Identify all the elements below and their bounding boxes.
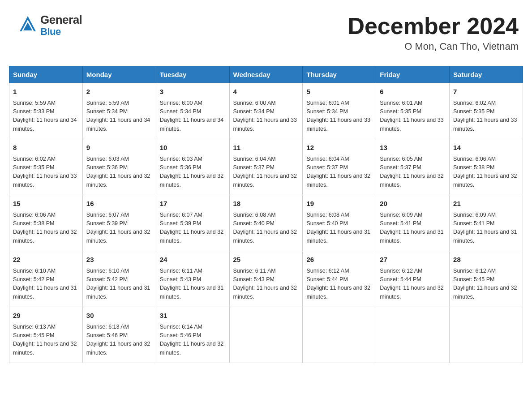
calendar-day-header: Thursday — [303, 66, 376, 83]
calendar-day-cell: 29 Sunrise: 6:13 AMSunset: 5:45 PMDaylig… — [9, 307, 83, 363]
day-info: Sunrise: 6:08 AMSunset: 5:40 PMDaylight:… — [233, 212, 297, 244]
day-info: Sunrise: 6:01 AMSunset: 5:35 PMDaylight:… — [380, 100, 443, 132]
logo-general-text: General — [40, 13, 82, 26]
calendar-day-cell: 23 Sunrise: 6:10 AMSunset: 5:42 PMDaylig… — [82, 251, 156, 307]
calendar-day-cell: 22 Sunrise: 6:10 AMSunset: 5:42 PMDaylig… — [9, 251, 83, 307]
day-number: 19 — [306, 199, 372, 209]
day-number: 5 — [306, 87, 372, 97]
calendar-day-cell: 3 Sunrise: 6:00 AMSunset: 5:34 PMDayligh… — [156, 83, 229, 139]
day-number: 18 — [233, 199, 299, 209]
day-number: 28 — [453, 255, 519, 265]
calendar-day-cell: 28 Sunrise: 6:12 AMSunset: 5:45 PMDaylig… — [450, 251, 523, 307]
title-section: December 2024 O Mon, Can Tho, Vietnam — [348, 13, 519, 52]
calendar-day-cell: 11 Sunrise: 6:04 AMSunset: 5:37 PMDaylig… — [229, 139, 303, 195]
day-info: Sunrise: 6:01 AMSunset: 5:34 PMDaylight:… — [306, 100, 370, 132]
day-number: 14 — [453, 143, 519, 153]
day-info: Sunrise: 6:02 AMSunset: 5:35 PMDaylight:… — [13, 156, 77, 188]
day-info: Sunrise: 6:11 AMSunset: 5:43 PMDaylight:… — [233, 268, 297, 300]
calendar-day-cell: 13 Sunrise: 6:05 AMSunset: 5:37 PMDaylig… — [376, 139, 450, 195]
calendar-day-cell: 9 Sunrise: 6:03 AMSunset: 5:36 PMDayligh… — [82, 139, 156, 195]
day-info: Sunrise: 6:04 AMSunset: 5:37 PMDaylight:… — [306, 156, 370, 188]
day-info: Sunrise: 6:10 AMSunset: 5:42 PMDaylight:… — [13, 268, 77, 300]
day-number: 17 — [160, 199, 226, 209]
day-info: Sunrise: 6:11 AMSunset: 5:43 PMDaylight:… — [160, 268, 223, 300]
day-number: 21 — [453, 199, 519, 209]
calendar-day-cell — [450, 307, 523, 363]
location-subtitle: O Mon, Can Tho, Vietnam — [348, 41, 519, 52]
calendar-day-cell: 4 Sunrise: 6:00 AMSunset: 5:34 PMDayligh… — [229, 83, 303, 139]
calendar-day-cell: 6 Sunrise: 6:01 AMSunset: 5:35 PMDayligh… — [376, 83, 450, 139]
day-info: Sunrise: 6:10 AMSunset: 5:42 PMDaylight:… — [86, 268, 150, 300]
calendar-week-row: 29 Sunrise: 6:13 AMSunset: 5:45 PMDaylig… — [9, 307, 523, 363]
day-number: 1 — [13, 87, 79, 97]
calendar-day-cell: 10 Sunrise: 6:03 AMSunset: 5:36 PMDaylig… — [156, 139, 229, 195]
day-number: 26 — [306, 255, 372, 265]
calendar-day-cell: 20 Sunrise: 6:09 AMSunset: 5:41 PMDaylig… — [376, 195, 450, 251]
calendar-day-cell: 17 Sunrise: 6:07 AMSunset: 5:39 PMDaylig… — [156, 195, 229, 251]
calendar-day-cell: 1 Sunrise: 5:59 AMSunset: 5:33 PMDayligh… — [9, 83, 83, 139]
calendar-day-cell: 8 Sunrise: 6:02 AMSunset: 5:35 PMDayligh… — [9, 139, 83, 195]
calendar-day-cell: 27 Sunrise: 6:12 AMSunset: 5:44 PMDaylig… — [376, 251, 450, 307]
day-info: Sunrise: 5:59 AMSunset: 5:34 PMDaylight:… — [86, 100, 150, 132]
day-info: Sunrise: 6:06 AMSunset: 5:38 PMDaylight:… — [13, 212, 77, 244]
calendar-day-cell: 15 Sunrise: 6:06 AMSunset: 5:38 PMDaylig… — [9, 195, 83, 251]
calendar-day-cell: 26 Sunrise: 6:12 AMSunset: 5:44 PMDaylig… — [303, 251, 376, 307]
day-number: 16 — [86, 199, 152, 209]
day-info: Sunrise: 6:13 AMSunset: 5:46 PMDaylight:… — [86, 324, 150, 356]
day-number: 3 — [160, 87, 226, 97]
calendar-day-cell: 2 Sunrise: 5:59 AMSunset: 5:34 PMDayligh… — [82, 83, 156, 139]
day-info: Sunrise: 6:05 AMSunset: 5:37 PMDaylight:… — [380, 156, 443, 188]
page-header: General Blue December 2024 O Mon, Can Th… — [9, 9, 523, 57]
day-info: Sunrise: 6:04 AMSunset: 5:37 PMDaylight:… — [233, 156, 297, 188]
calendar-table: SundayMondayTuesdayWednesdayThursdayFrid… — [9, 66, 523, 363]
calendar-day-cell: 24 Sunrise: 6:11 AMSunset: 5:43 PMDaylig… — [156, 251, 229, 307]
calendar-day-cell — [229, 307, 303, 363]
day-number: 15 — [13, 199, 79, 209]
day-number: 4 — [233, 87, 299, 97]
calendar-week-row: 8 Sunrise: 6:02 AMSunset: 5:35 PMDayligh… — [9, 139, 523, 195]
day-number: 27 — [380, 255, 446, 265]
day-info: Sunrise: 6:13 AMSunset: 5:45 PMDaylight:… — [13, 324, 77, 356]
day-info: Sunrise: 6:08 AMSunset: 5:40 PMDaylight:… — [306, 212, 370, 244]
calendar-day-header: Tuesday — [156, 66, 229, 83]
day-info: Sunrise: 6:09 AMSunset: 5:41 PMDaylight:… — [453, 212, 517, 244]
calendar-day-cell: 25 Sunrise: 6:11 AMSunset: 5:43 PMDaylig… — [229, 251, 303, 307]
day-number: 2 — [86, 87, 152, 97]
day-number: 20 — [380, 199, 446, 209]
calendar-day-cell: 31 Sunrise: 6:14 AMSunset: 5:46 PMDaylig… — [156, 307, 229, 363]
calendar-day-cell: 14 Sunrise: 6:06 AMSunset: 5:38 PMDaylig… — [450, 139, 523, 195]
day-info: Sunrise: 6:00 AMSunset: 5:34 PMDaylight:… — [160, 100, 223, 132]
month-year-title: December 2024 — [348, 13, 519, 39]
calendar-day-cell: 12 Sunrise: 6:04 AMSunset: 5:37 PMDaylig… — [303, 139, 376, 195]
day-info: Sunrise: 6:14 AMSunset: 5:46 PMDaylight:… — [160, 324, 223, 356]
calendar-day-cell: 7 Sunrise: 6:02 AMSunset: 5:35 PMDayligh… — [450, 83, 523, 139]
day-number: 23 — [86, 255, 152, 265]
day-info: Sunrise: 6:03 AMSunset: 5:36 PMDaylight:… — [86, 156, 150, 188]
day-number: 30 — [86, 311, 152, 321]
calendar-day-cell: 19 Sunrise: 6:08 AMSunset: 5:40 PMDaylig… — [303, 195, 376, 251]
calendar-day-header: Saturday — [450, 66, 523, 83]
day-info: Sunrise: 6:07 AMSunset: 5:39 PMDaylight:… — [86, 212, 150, 244]
calendar-day-header: Monday — [82, 66, 156, 83]
day-number: 31 — [160, 311, 226, 321]
logo-blue-text: Blue — [40, 26, 82, 37]
day-info: Sunrise: 6:07 AMSunset: 5:39 PMDaylight:… — [160, 212, 223, 244]
calendar-day-cell — [376, 307, 450, 363]
day-number: 9 — [86, 143, 152, 153]
day-info: Sunrise: 5:59 AMSunset: 5:33 PMDaylight:… — [13, 100, 77, 132]
calendar-day-cell: 30 Sunrise: 6:13 AMSunset: 5:46 PMDaylig… — [82, 307, 156, 363]
day-info: Sunrise: 6:12 AMSunset: 5:45 PMDaylight:… — [453, 268, 517, 300]
day-number: 22 — [13, 255, 79, 265]
day-info: Sunrise: 6:06 AMSunset: 5:38 PMDaylight:… — [453, 156, 517, 188]
day-number: 10 — [160, 143, 226, 153]
calendar-day-cell: 16 Sunrise: 6:07 AMSunset: 5:39 PMDaylig… — [82, 195, 156, 251]
logo-name: General Blue — [40, 13, 82, 37]
day-number: 7 — [453, 87, 519, 97]
calendar-day-cell — [303, 307, 376, 363]
day-info: Sunrise: 6:09 AMSunset: 5:41 PMDaylight:… — [380, 212, 443, 244]
day-number: 13 — [380, 143, 446, 153]
calendar-week-row: 22 Sunrise: 6:10 AMSunset: 5:42 PMDaylig… — [9, 251, 523, 307]
calendar-day-header: Sunday — [9, 66, 83, 83]
day-number: 24 — [160, 255, 226, 265]
day-info: Sunrise: 6:12 AMSunset: 5:44 PMDaylight:… — [380, 268, 443, 300]
